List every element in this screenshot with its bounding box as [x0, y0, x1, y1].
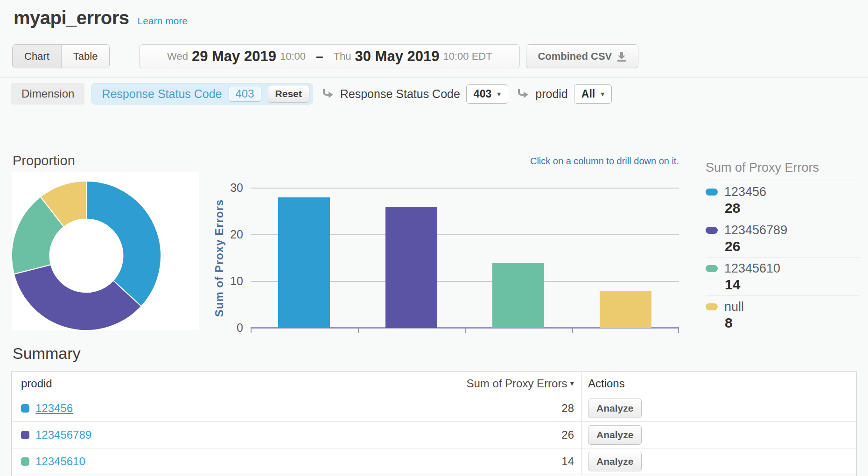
combined-csv-button[interactable]: Combined CSV — [526, 44, 638, 68]
prodid-link[interactable]: 123456789 — [35, 428, 91, 441]
y-tick-30: 30 — [209, 181, 243, 195]
start-day: Wed — [167, 50, 188, 63]
end-date: 30 May 2019 — [355, 48, 440, 65]
legend-value: 14 — [706, 277, 860, 293]
combined-csv-label: Combined CSV — [538, 50, 612, 63]
view-toggle: Chart Table — [12, 44, 110, 68]
legend-item-123456: 12345628 — [706, 181, 860, 219]
value-cell: 28 — [346, 395, 581, 421]
legend-label: 123456789 — [724, 223, 787, 238]
gridline-30 — [251, 188, 679, 189]
legend-title: Sum of Proxy Errors — [706, 159, 860, 181]
start-date: 29 May 2019 — [192, 48, 276, 65]
x-axis-tick — [572, 329, 573, 333]
analyze-button[interactable]: Analyze — [588, 452, 642, 471]
row-color-chip — [21, 431, 29, 439]
donut-slice-123456[interactable] — [86, 181, 161, 306]
legend-color-chip — [706, 227, 718, 234]
x-axis-tick — [465, 329, 466, 333]
active-filter-value: 403 — [229, 86, 261, 102]
active-filter-name: Response Status Code — [102, 87, 222, 101]
end-time: 10:00 EDT — [443, 50, 492, 63]
start-time: 10:00 — [280, 50, 306, 63]
x-axis-tick — [358, 329, 359, 333]
legend-color-chip — [706, 303, 718, 310]
prodid-link[interactable]: 12345610 — [35, 455, 85, 468]
legend-value: 8 — [706, 315, 860, 331]
legend-item-12345610: 1234561014 — [706, 257, 860, 295]
column-header-actions: Actions — [581, 372, 856, 395]
table-row-123456: 12345628Analyze — [12, 395, 856, 422]
legend-item-null: null8 — [706, 295, 860, 334]
chevron-down-icon: ▾ — [497, 90, 501, 98]
analyze-button[interactable]: Analyze — [588, 399, 642, 418]
legend-label: 123456 — [724, 185, 766, 199]
table-row-12345610: 1234561014Analyze — [12, 448, 856, 475]
end-day: Thu — [334, 50, 351, 63]
y-tick-20: 20 — [209, 228, 243, 241]
analyze-button[interactable]: Analyze — [588, 425, 642, 445]
legend-color-chip — [706, 189, 718, 196]
date-separator: – — [316, 49, 323, 64]
drilldown-1-select[interactable]: 403 ▾ — [466, 84, 508, 104]
summary-title: Summary — [13, 344, 80, 363]
chevron-down-icon: ▾ — [601, 90, 604, 98]
actions-cell: Analyze — [581, 448, 856, 475]
legend-label: 12345610 — [724, 261, 780, 276]
legend-color-chip — [706, 265, 718, 272]
row-color-chip — [21, 457, 29, 466]
summary-table: prodid Sum of Proxy Errors▾ Actions 1234… — [11, 371, 857, 476]
y-tick-0: 0 — [209, 321, 243, 335]
table-row-123456789: 12345678926Analyze — [12, 422, 856, 448]
drilldown-2-select[interactable]: All ▾ — [574, 84, 612, 104]
legend-label: null — [724, 300, 744, 314]
reset-filter-button[interactable]: Reset — [268, 85, 309, 103]
chart-view-button[interactable]: Chart — [13, 45, 61, 68]
drilldown-arrow-icon — [517, 89, 529, 99]
drilldown-1-value: 403 — [474, 88, 491, 100]
proportion-title: Proportion — [13, 153, 75, 168]
toolbar: Chart Table Wed 29 May 2019 10:00 – Thu … — [12, 44, 638, 68]
dimension-label: Dimension — [11, 83, 84, 105]
y-tick-10: 10 — [209, 274, 243, 288]
page-title: myapi_errors — [14, 7, 129, 28]
column-header-prodid[interactable]: prodid — [12, 372, 346, 395]
active-filter-chip: Response Status Code 403 Reset — [91, 83, 313, 105]
x-axis-tick — [678, 329, 679, 333]
bar-null[interactable] — [600, 291, 651, 328]
drilldown-1-name: Response Status Code — [340, 87, 460, 101]
drilldown-arrow-icon — [322, 89, 334, 99]
prodid-cell: 12345610 — [12, 448, 346, 475]
table-view-button[interactable]: Table — [61, 45, 110, 68]
legend-value: 28 — [706, 200, 860, 216]
drilldown-2-value: All — [581, 88, 595, 100]
value-cell: 26 — [346, 422, 581, 448]
bar-12345610[interactable] — [492, 263, 544, 328]
legend-item-123456789: 12345678926 — [706, 219, 860, 257]
drilldown-hint: Click on a column to drill down on it. — [280, 156, 679, 167]
legend-items: 12345628123456789261234561014null8 — [706, 181, 860, 334]
learn-more-link[interactable]: Learn more — [137, 15, 187, 27]
value-cell: 14 — [346, 448, 581, 475]
bar-123456789[interactable] — [385, 207, 437, 328]
summary-table-body: 12345628Analyze12345678926Analyze1234561… — [12, 395, 856, 475]
sort-desc-icon: ▾ — [570, 378, 574, 388]
bar-chart-plot-area: 3020100 — [251, 188, 679, 328]
prodid-cell: 123456789 — [12, 422, 346, 448]
summary-table-header: prodid Sum of Proxy Errors▾ Actions — [12, 372, 856, 395]
proportion-donut-card — [12, 172, 199, 330]
drilldown-2-name: prodid — [535, 87, 568, 101]
date-range-picker[interactable]: Wed 29 May 2019 10:00 – Thu 30 May 2019 … — [139, 44, 520, 68]
page-header: myapi_errors Learn more — [14, 7, 188, 28]
prodid-link[interactable]: 123456 — [35, 402, 73, 415]
column-header-sum-of-proxy-errors[interactable]: Sum of Proxy Errors▾ — [346, 372, 581, 395]
actions-cell: Analyze — [581, 395, 856, 421]
legend-value: 26 — [706, 238, 860, 254]
row-color-chip — [21, 404, 29, 413]
chart-legend: Sum of Proxy Errors 12345628123456789261… — [706, 159, 860, 334]
actions-cell: Analyze — [581, 422, 856, 448]
prodid-cell: 123456 — [12, 395, 346, 421]
bar-123456[interactable] — [278, 197, 330, 328]
filter-bar: Dimension Response Status Code 403 Reset… — [11, 83, 612, 105]
proportion-donut-chart[interactable] — [12, 172, 199, 330]
